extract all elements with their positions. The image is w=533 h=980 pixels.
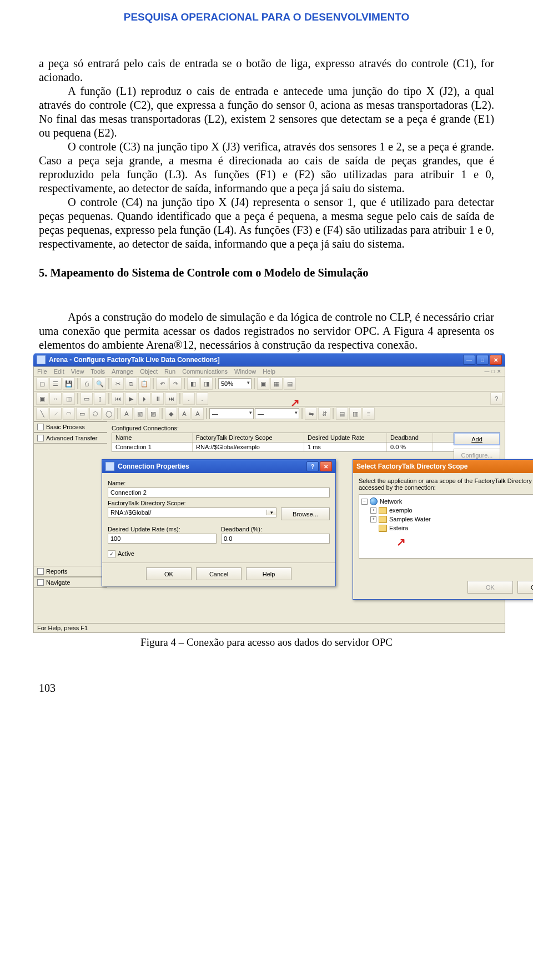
toolbar-icon[interactable]: ◧: [187, 378, 199, 390]
undo-icon[interactable]: ↶: [156, 378, 168, 390]
text-icon[interactable]: A: [120, 408, 133, 420]
arc-icon[interactable]: ◠: [63, 408, 75, 420]
menu-communications[interactable]: Communications: [182, 368, 228, 375]
close-button[interactable]: ✕: [490, 355, 502, 365]
toolbar-icon[interactable]: ▧: [134, 408, 146, 420]
rect-icon[interactable]: ▭: [76, 408, 88, 420]
line-style-combo[interactable]: —: [255, 408, 299, 419]
window-titlebar[interactable]: Arena - Configure FactoryTalk Live Data …: [33, 353, 505, 366]
ellipse-icon[interactable]: ◯: [103, 408, 115, 420]
paragraph: Após a construção do modelo de simulação…: [39, 310, 494, 352]
line-color-icon[interactable]: A: [178, 408, 190, 420]
toolbar-icon[interactable]: ▣: [36, 393, 48, 405]
cancel-button[interactable]: Cancel: [517, 581, 533, 594]
cancel-button[interactable]: Cancel: [196, 567, 242, 580]
toolbar-icon[interactable]: .: [196, 393, 208, 405]
paragraph: a peça só entrará pelo cais de entrada s…: [39, 57, 494, 84]
zoom-combo[interactable]: 50%: [218, 378, 252, 389]
browse-button[interactable]: Browse...: [281, 507, 330, 520]
project-bar: Basic Process Advanced Transfer Reports …: [34, 421, 107, 623]
journal-header: PESQUISA OPERACIONAL PARA O DESENVOLVIME…: [39, 0, 494, 57]
active-checkbox[interactable]: ✓Active: [108, 550, 330, 558]
dialog-help-button[interactable]: ?: [306, 461, 319, 471]
copy-icon[interactable]: ⧉: [125, 378, 137, 390]
panel-advanced-transfer[interactable]: Advanced Transfer: [34, 433, 107, 444]
cut-icon[interactable]: ✂: [112, 378, 124, 390]
maximize-button[interactable]: □: [476, 355, 489, 365]
toolbar-icon[interactable]: ▨: [147, 408, 159, 420]
print-icon[interactable]: ⎙: [81, 378, 93, 390]
add-button[interactable]: Add: [454, 433, 500, 445]
go-start-icon[interactable]: ⏮: [112, 393, 124, 405]
panel-basic-process[interactable]: Basic Process: [34, 421, 107, 433]
toolbar-icon[interactable]: ◫: [63, 393, 75, 405]
polyline-icon[interactable]: ⟋: [49, 408, 62, 420]
flip-v-icon[interactable]: ⇵: [318, 408, 330, 420]
help-icon[interactable]: ?: [490, 393, 502, 405]
menu-run[interactable]: Run: [164, 368, 175, 375]
col-update[interactable]: Desired Update Rate: [304, 433, 387, 442]
cell-deadband: 0.0 %: [387, 443, 433, 451]
col-deadband[interactable]: Deadband: [387, 433, 433, 442]
toolbar-icon[interactable]: ▤: [284, 378, 296, 390]
panel-reports[interactable]: Reports: [34, 566, 107, 577]
table-row[interactable]: Connection 1 RNA://$Global/exemplo 1 ms …: [112, 443, 500, 451]
flip-h-icon[interactable]: ⇋: [305, 408, 317, 420]
toolbar-icon[interactable]: ≡: [363, 408, 375, 420]
line-icon[interactable]: ╲: [36, 408, 48, 420]
toolbar-icon[interactable]: ▣: [257, 378, 269, 390]
cell-name: Connection 1: [112, 443, 193, 451]
menu-edit[interactable]: Edit: [54, 368, 64, 375]
text-color-icon[interactable]: A: [192, 408, 204, 420]
play-icon[interactable]: ▶: [125, 393, 137, 405]
menu-window[interactable]: Window: [234, 368, 256, 375]
save-icon[interactable]: 💾: [63, 378, 75, 390]
preview-icon[interactable]: 🔍: [94, 378, 106, 390]
toolbar-icon[interactable]: ▯: [94, 393, 106, 405]
poly-icon[interactable]: ⬠: [89, 408, 102, 420]
toolbar-icon[interactable]: ▭: [81, 393, 93, 405]
toolbar-icon[interactable]: ◨: [200, 378, 213, 390]
panel-navigate[interactable]: Navigate: [34, 577, 107, 588]
connections-table[interactable]: Name FactoryTalk Directory Scope Desired…: [112, 433, 500, 452]
toolbar-icon[interactable]: ▦: [270, 378, 283, 390]
update-rate-input[interactable]: 100: [108, 534, 217, 544]
menu-help[interactable]: Help: [263, 368, 275, 375]
tree-node-samples-water[interactable]: +Samples Water: [361, 515, 533, 524]
select-scope-dialog: Select FactoryTalk Directory Scope ✕ Sel…: [353, 459, 533, 600]
menu-file[interactable]: File: [37, 368, 47, 375]
scope-combo[interactable]: RNA://$Global/▾: [108, 507, 276, 517]
chevron-down-icon[interactable]: ▾: [266, 510, 276, 515]
toolbar-icon[interactable]: ▤: [336, 408, 348, 420]
pause-icon[interactable]: ⏸: [152, 393, 164, 405]
menu-arrange[interactable]: Arrange: [112, 368, 133, 375]
toolbar-icon[interactable]: ▥: [349, 408, 361, 420]
new-icon[interactable]: ▢: [36, 378, 48, 390]
col-scope[interactable]: FactoryTalk Directory Scope: [193, 433, 304, 442]
deadband-input[interactable]: 0.0: [221, 534, 330, 544]
step-icon[interactable]: ⏵: [138, 393, 150, 405]
tree-node-exemplo[interactable]: +exemplo: [361, 506, 533, 515]
tree-node-esteira[interactable]: Esteira: [361, 524, 533, 532]
col-name[interactable]: Name: [112, 433, 193, 442]
help-button[interactable]: Help: [246, 567, 291, 580]
toolbar-icon[interactable]: .: [183, 393, 195, 405]
minimize-button[interactable]: —: [463, 355, 475, 365]
scope-tree[interactable]: −Network +exemplo +Samples Water Esteira: [359, 494, 533, 559]
ok-button[interactable]: OK: [467, 581, 513, 594]
window-title: Arena - Configure FactoryTalk Live Data …: [49, 356, 220, 364]
open-icon[interactable]: ☰: [49, 378, 62, 390]
paste-icon[interactable]: 📋: [138, 378, 150, 390]
name-input[interactable]: Connection 2: [108, 488, 330, 497]
pointer-icon[interactable]: ↔: [49, 393, 62, 405]
redo-icon[interactable]: ↷: [169, 378, 182, 390]
fill-icon[interactable]: ◆: [165, 408, 177, 420]
menu-tools[interactable]: Tools: [90, 368, 105, 375]
dialog-close-button[interactable]: ✕: [320, 461, 332, 471]
ok-button[interactable]: OK: [146, 567, 192, 580]
line-width-combo[interactable]: —: [209, 408, 254, 419]
tree-node-network[interactable]: −Network: [361, 497, 533, 506]
go-end-icon[interactable]: ⏭: [165, 393, 177, 405]
menu-object[interactable]: Object: [140, 368, 158, 375]
menu-view[interactable]: View: [71, 368, 84, 375]
